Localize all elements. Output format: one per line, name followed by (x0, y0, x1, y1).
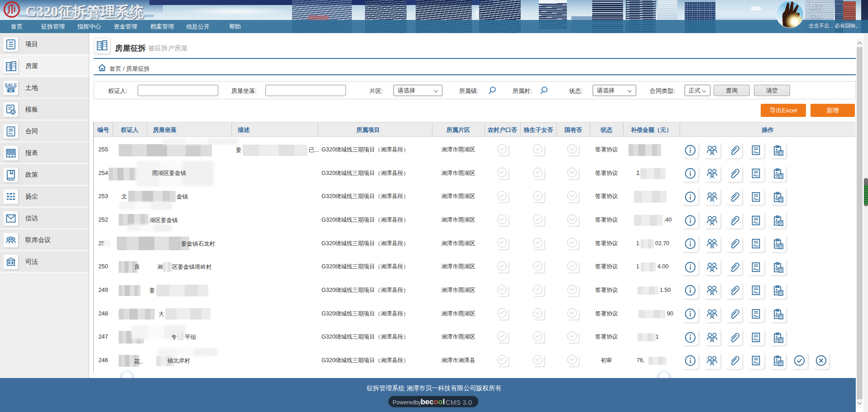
svg-text:SALE: SALE (5, 82, 17, 88)
